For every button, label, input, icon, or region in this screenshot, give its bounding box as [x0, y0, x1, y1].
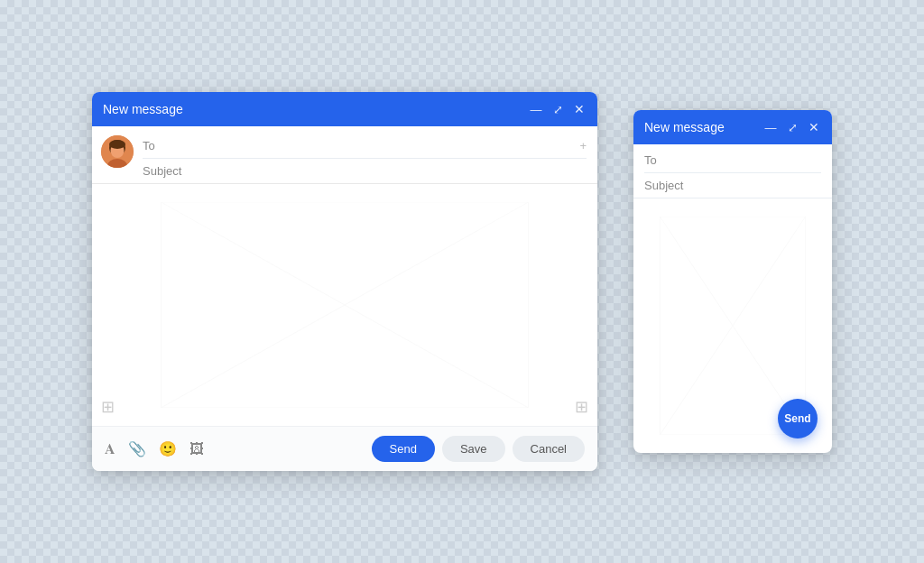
minimize-button-small[interactable]: —	[763, 120, 778, 134]
to-field-row-small: To	[644, 148, 821, 173]
save-button-large[interactable]: Save	[442, 436, 505, 462]
title-bar-small: New message — ⤢ ✕	[633, 110, 832, 144]
window-title-small: New message	[644, 120, 725, 134]
subject-field-row-small: Subject	[644, 173, 821, 198]
to-input-small[interactable]	[689, 153, 832, 167]
image-icon[interactable]: 🖼	[189, 441, 204, 457]
compose-header-large: To + Subject	[92, 126, 597, 184]
minimize-button-large[interactable]: —	[529, 102, 543, 116]
compose-footer-large: 𝐀 📎 🙂 🖼 Send Save Cancel	[92, 426, 597, 471]
compose-body-large: ⊞ ⊞	[92, 184, 597, 426]
to-label-small: To	[644, 153, 689, 167]
compose-header-small: To Subject	[633, 144, 832, 198]
subject-input[interactable]	[188, 164, 587, 178]
subject-input-small[interactable]	[689, 179, 832, 192]
footer-actions-large: Send Save Cancel	[372, 436, 585, 462]
subject-label-small: Subject	[644, 179, 689, 192]
compose-inner-small: To Subject Send	[633, 144, 832, 453]
maximize-button-small[interactable]: ⤢	[785, 120, 799, 134]
svg-point-3	[109, 140, 125, 149]
subject-label: Subject	[143, 164, 188, 178]
compose-fields-large: To + Subject	[143, 134, 587, 183]
footer-icons-large: 𝐀 📎 🙂 🖼	[105, 440, 204, 457]
send-fab-button[interactable]: Send	[778, 399, 818, 438]
window-controls-small: — ⤢ ✕	[763, 120, 821, 134]
close-button-small[interactable]: ✕	[807, 120, 821, 134]
emoji-icon[interactable]: 🙂	[159, 440, 177, 457]
to-field-row: To +	[143, 134, 587, 159]
to-label: To	[143, 139, 188, 152]
compose-inner-large: To + Subject ⊞ ⊞	[92, 126, 597, 471]
message-body-input[interactable]	[92, 184, 597, 426]
cancel-button-large[interactable]: Cancel	[513, 436, 585, 462]
add-recipient-icon[interactable]: +	[579, 139, 587, 152]
avatar	[101, 135, 134, 168]
window-controls-large: — ⤢ ✕	[529, 102, 587, 116]
close-button-large[interactable]: ✕	[572, 102, 587, 116]
maximize-button-large[interactable]: ⤢	[550, 102, 565, 116]
send-button-large[interactable]: Send	[372, 436, 435, 462]
font-icon[interactable]: 𝐀	[105, 441, 116, 457]
compose-window-small: New message — ⤢ ✕ To Subject	[633, 110, 832, 453]
title-bar-large: New message — ⤢ ✕	[92, 92, 597, 126]
subject-field-row: Subject	[143, 159, 587, 183]
window-title-large: New message	[103, 102, 183, 116]
to-input[interactable]	[188, 139, 579, 152]
attachment-icon[interactable]: 📎	[128, 440, 146, 457]
compose-window-large: New message — ⤢ ✕	[92, 92, 597, 471]
